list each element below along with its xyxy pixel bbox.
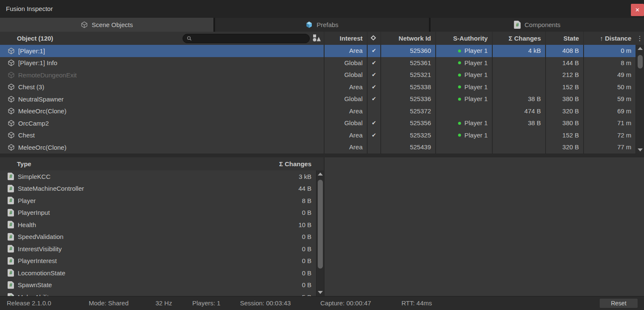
cell-s-authority: Player 1 [435, 45, 492, 57]
filter-by-type-icon[interactable] [312, 34, 321, 42]
search-input[interactable] [194, 36, 296, 42]
component-type: LocomotionState [18, 269, 65, 277]
status-bar: Release 2.1.0.0 Mode: Shared 32 Hz Playe… [0, 296, 644, 310]
authority-dot-icon [458, 134, 461, 137]
gameobject-cube-icon [8, 47, 15, 55]
cell-distance: 49 m [583, 69, 636, 81]
cell-changes [492, 141, 545, 154]
scroll-down-icon[interactable] [318, 291, 323, 294]
component-row[interactable]: Health 10 B [0, 219, 324, 231]
cell-state: 320 B [545, 105, 583, 118]
component-row[interactable]: SpawnState 0 B [0, 279, 324, 291]
cell-network-id: 525338 [380, 81, 435, 93]
cell-input-authority: ✔ [367, 57, 380, 69]
tickrate-label: 32 Hz [156, 296, 172, 310]
column-interest[interactable]: Interest [324, 32, 367, 45]
object-row[interactable]: MeleeOrc(Clone) Area 525372 474 B 320 B … [0, 105, 636, 118]
script-icon [8, 269, 14, 277]
object-rows: [Player:1] Area ✔ 525360 Player 1 4 kB 4… [0, 45, 636, 154]
components-scrollbar[interactable] [316, 170, 324, 296]
object-name: [Player:1] Info [18, 59, 57, 66]
cell-s-authority: Player 1 [435, 117, 492, 129]
scroll-thumb[interactable] [318, 180, 323, 269]
object-row[interactable]: NeutralSpawner Global ✔ 525336 Player 1 … [0, 93, 636, 105]
script-icon [8, 221, 14, 228]
column-state[interactable]: State [545, 32, 583, 45]
cell-changes [492, 57, 545, 69]
cell-changes: 38 B [492, 93, 545, 105]
script-icon [8, 257, 14, 265]
cell-interest: Area [324, 129, 367, 142]
column-distance[interactable]: ↑ Distance [583, 32, 636, 45]
object-name: [Player:1] [18, 47, 45, 55]
cell-distance: 8 m [583, 57, 636, 69]
component-row[interactable]: Player 8 B [0, 195, 324, 207]
kebab-menu-icon: ⋮ [637, 35, 643, 42]
component-row[interactable]: PlayerInterest 0 B [0, 255, 324, 267]
component-row[interactable]: InterestVisibility 0 B [0, 243, 324, 255]
component-row[interactable]: LocomotionState 0 B [0, 267, 324, 279]
object-row[interactable]: [Player:1] Info Global ✔ 525361 Player 1… [0, 57, 636, 69]
script-icon [8, 173, 14, 180]
cell-s-authority [435, 105, 492, 118]
column-s-authority[interactable]: S-Authority [435, 32, 492, 45]
component-row[interactable]: PlayerInput 0 B [0, 207, 324, 219]
cell-distance: 0 m [583, 45, 636, 57]
script-icon [8, 185, 14, 192]
component-row[interactable]: MeleeAbility 5 B [0, 291, 324, 296]
cell-changes [492, 129, 545, 142]
type-column-label: Type [17, 157, 31, 170]
column-input-authority[interactable] [367, 32, 380, 45]
check-icon: ✔ [372, 84, 377, 90]
column-changes[interactable]: Σ Changes [492, 32, 545, 45]
cell-s-authority: Player 1 [435, 93, 492, 105]
gameobject-cube-icon [8, 71, 15, 79]
s-authority-value: Player 1 [464, 95, 488, 102]
cell-distance: 72 m [583, 129, 636, 142]
column-menu-button[interactable]: ⋮ [636, 32, 644, 45]
s-authority-value: Player 1 [464, 132, 488, 139]
cell-network-id: 525361 [380, 57, 435, 69]
cell-distance: 50 m [583, 81, 636, 93]
cell-network-id: 525325 [380, 129, 435, 142]
check-icon: ✔ [372, 120, 377, 126]
scroll-up-icon[interactable] [318, 173, 323, 176]
rtt-label: RTT: 44ms [401, 296, 432, 310]
object-name-cell: MeleeOrc(Clone) [0, 141, 324, 154]
authority-dot-icon [458, 98, 461, 101]
component-row[interactable]: SpeedValidation 0 B [0, 231, 324, 243]
component-changes: 3 kB [299, 173, 311, 180]
tab-prefabs[interactable]: Prefabs [215, 18, 428, 32]
cell-input-authority: ✔ [367, 69, 380, 81]
scroll-thumb[interactable] [638, 55, 643, 69]
component-row[interactable]: StateMachineController 44 B [0, 183, 324, 195]
column-network-id[interactable]: Network Id [380, 32, 435, 45]
object-row[interactable]: OrcCamp2 Global ✔ 525356 Player 1 38 B 3… [0, 117, 636, 129]
tab-label: Scene Objects [92, 21, 133, 28]
component-row[interactable]: SimpleKCC 3 kB [0, 170, 324, 183]
reset-button[interactable]: Reset [599, 298, 638, 308]
authority-dot-icon [458, 85, 461, 88]
object-row[interactable]: MeleeOrc(Clone) Area 525439 320 B 77 m [0, 141, 636, 154]
tab-scene-objects[interactable]: Scene Objects [0, 18, 213, 32]
object-row[interactable]: RemoteDungeonExit Global ✔ 525321 Player… [0, 69, 636, 81]
cell-input-authority: ✔ [367, 129, 380, 142]
search-icon [187, 36, 192, 41]
cell-input-authority [367, 105, 380, 118]
object-table-scrollbar[interactable] [636, 45, 644, 154]
close-button[interactable]: ✕ [631, 4, 644, 16]
object-name: NeutralSpawner [18, 96, 64, 103]
script-icon [8, 293, 14, 296]
search-box [183, 34, 310, 43]
scroll-up-icon[interactable] [638, 47, 643, 50]
object-row[interactable]: [Player:1] Area ✔ 525360 Player 1 4 kB 4… [0, 45, 636, 57]
cell-s-authority: Player 1 [435, 81, 492, 93]
cell-input-authority: ✔ [367, 93, 380, 105]
object-row[interactable]: Chest Area ✔ 525325 Player 1 152 B 72 m [0, 129, 636, 142]
cell-state: 380 B [545, 93, 583, 105]
tab-components[interactable]: Components [431, 18, 644, 32]
window-title: Fusion Inspector [6, 0, 53, 18]
object-row[interactable]: Chest (3) Area ✔ 525338 Player 1 152 B 5… [0, 81, 636, 93]
scroll-down-icon[interactable] [638, 148, 643, 151]
object-name: Chest [18, 132, 35, 139]
